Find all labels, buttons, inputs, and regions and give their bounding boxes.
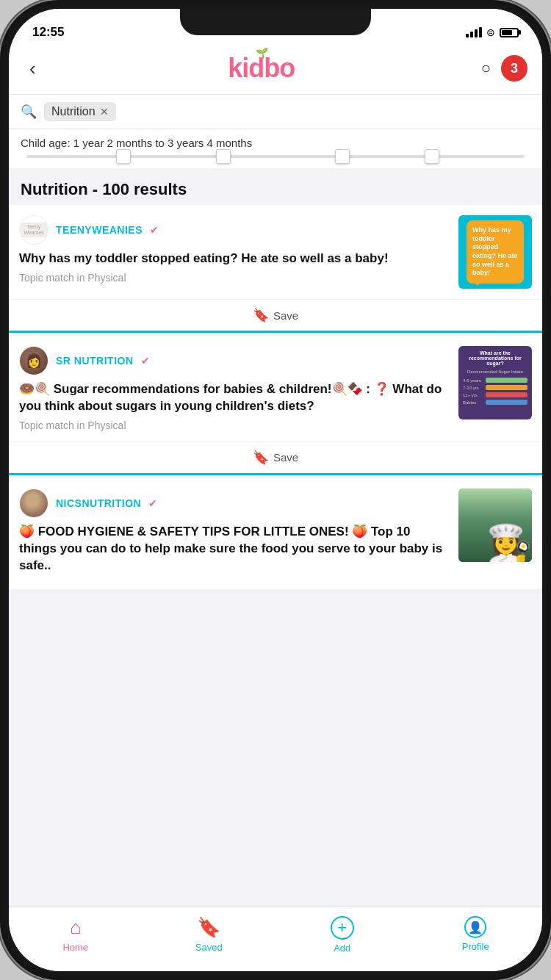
- profile-icon: 👤: [464, 916, 486, 938]
- bookmark-icon-2: 🔖: [253, 450, 269, 466]
- verified-icon-3: ✔: [148, 497, 157, 509]
- slider-thumb-mid1[interactable]: [216, 149, 231, 164]
- add-icon: +: [331, 916, 354, 940]
- nav-profile-label: Profile: [462, 941, 489, 952]
- nav-add[interactable]: + Add: [276, 913, 409, 954]
- card-footer-1: 🔖 Save: [9, 299, 542, 331]
- signal-bars-icon: [466, 27, 482, 37]
- slider-thumb-left[interactable]: [116, 149, 131, 164]
- saved-icon: 🔖: [197, 916, 220, 939]
- verified-icon-1: ✔: [150, 224, 159, 236]
- card-3[interactable]: NICSNUTRITION ✔ 🍑 FOOD HYGIENE & SAFETY …: [9, 478, 542, 589]
- home-icon: ⌂: [70, 916, 82, 939]
- card-2[interactable]: 👩 SR NUTRITION ✔ 🍩🍭 Sugar recommendation…: [9, 336, 542, 475]
- status-time: 12:55: [32, 25, 64, 40]
- avatar-1: TeenyWeanies: [19, 215, 48, 245]
- provider-name-3: NICSNUTRITION: [56, 497, 141, 509]
- save-button-1[interactable]: 🔖 Save: [253, 307, 298, 323]
- provider-name-1: TEENYWEANIES: [56, 224, 143, 236]
- provider-row-1: TeenyWeanies TEENYWEANIES ✔: [19, 215, 450, 245]
- search-tag[interactable]: Nutrition ✕: [44, 102, 116, 121]
- nav-add-label: Add: [334, 943, 350, 954]
- card-title-1: Why has my toddler stopped eating? He at…: [19, 251, 450, 267]
- provider-row-2: 👩 SR NUTRITION ✔: [19, 346, 450, 375]
- nics-nutrition-avatar-img: [20, 489, 48, 517]
- verified-icon-2: ✔: [141, 355, 150, 367]
- battery-icon: [500, 28, 519, 37]
- card-topic-1: Topic match in Physical: [19, 272, 450, 284]
- avatar-2: 👩: [19, 346, 48, 375]
- card-1-left: TeenyWeanies TEENYWEANIES ✔ Why has my t…: [19, 215, 450, 289]
- wifi-icon: ⊜: [486, 26, 495, 38]
- results-title: Nutrition - 100 results: [21, 180, 530, 199]
- results-header: Nutrition - 100 results: [9, 168, 542, 205]
- card-thumbnail-1: Why has my toddler stopped eating? He at…: [458, 215, 532, 289]
- card-topic-2: Topic match in Physical: [19, 419, 450, 431]
- nav-saved[interactable]: 🔖 Saved: [143, 913, 276, 953]
- provider-row-3: NICSNUTRITION ✔: [19, 489, 450, 518]
- age-filter-label: Child age: 1 year 2 months to 3 years 4 …: [21, 137, 530, 149]
- nav-home[interactable]: ⌂ Home: [9, 913, 143, 953]
- card-title-3: 🍑 FOOD HYGIENE & SAFETY TIPS FOR LITTLE …: [19, 524, 450, 574]
- save-button-2[interactable]: 🔖 Save: [253, 450, 298, 466]
- search-icon-sm: 🔍: [21, 104, 37, 120]
- search-icon[interactable]: ○: [481, 59, 491, 78]
- card-footer-2: 🔖 Save: [9, 442, 542, 473]
- bottom-nav: ⌂ Home 🔖 Saved + Add 👤 Profile: [9, 907, 542, 971]
- avatar-3: [19, 489, 48, 518]
- status-icons: ⊜: [466, 26, 519, 38]
- app-header: ‹ 🌱 kidbo ○ 3: [9, 46, 542, 95]
- thumbnail-speech-bubble: Why has my toddler stopped eating? He at…: [467, 220, 524, 284]
- results-list[interactable]: TeenyWeanies TEENYWEANIES ✔ Why has my t…: [9, 205, 542, 837]
- tag-close-icon[interactable]: ✕: [100, 106, 109, 118]
- card-thumbnail-3: 👩‍🍳: [458, 489, 532, 579]
- nav-home-label: Home: [62, 942, 88, 953]
- card-thumbnail-2: What are the recommendations for sugar? …: [458, 346, 532, 431]
- provider-name-2: SR NUTRITION: [56, 355, 134, 367]
- age-range-slider[interactable]: [26, 155, 525, 158]
- app-logo: 🌱 kidbo: [228, 53, 295, 84]
- back-button[interactable]: ‹: [24, 54, 42, 83]
- sr-nutrition-avatar-img: 👩: [20, 347, 48, 375]
- age-filter: Child age: 1 year 2 months to 3 years 4 …: [9, 129, 542, 168]
- card-2-left: 👩 SR NUTRITION ✔ 🍩🍭 Sugar recommendation…: [19, 346, 450, 431]
- header-right: ○ 3: [481, 55, 527, 82]
- slider-thumb-right[interactable]: [425, 149, 439, 164]
- card-1[interactable]: TeenyWeanies TEENYWEANIES ✔ Why has my t…: [9, 205, 542, 333]
- notification-badge[interactable]: 3: [501, 55, 527, 82]
- search-bar: 🔍 Nutrition ✕: [9, 95, 542, 129]
- nav-profile[interactable]: 👤 Profile: [409, 913, 543, 952]
- logo-leaf-icon: 🌱: [256, 47, 267, 59]
- bookmark-icon-1: 🔖: [253, 307, 269, 323]
- nav-saved-label: Saved: [195, 942, 223, 953]
- slider-thumb-mid2[interactable]: [335, 149, 350, 164]
- card-title-2: 🍩🍭 Sugar recommendations for babies & ch…: [19, 381, 450, 415]
- teenyweanies-avatar-img: TeenyWeanies: [20, 223, 48, 238]
- card-3-left: NICSNUTRITION ✔ 🍑 FOOD HYGIENE & SAFETY …: [19, 489, 450, 579]
